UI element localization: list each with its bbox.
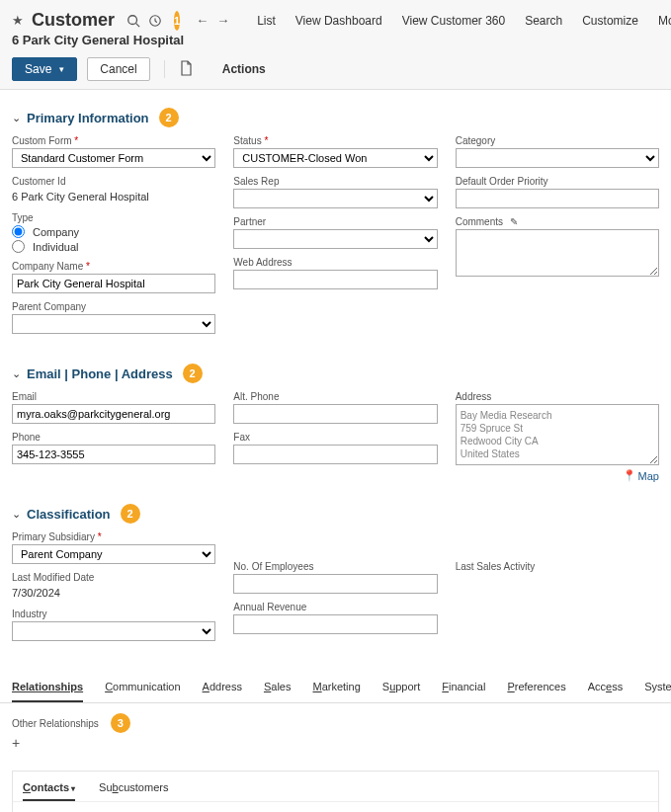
section-title-contact: Email | Phone | Address [27, 366, 173, 381]
actions-menu-top[interactable]: Actions [222, 62, 266, 76]
email-input[interactable] [12, 404, 215, 424]
tab-financial[interactable]: Financial [442, 673, 485, 702]
label-default-order-priority: Default Order Priority [456, 176, 659, 187]
callout-1: 1 [174, 11, 180, 31]
label-sales-rep: Sales Rep [233, 176, 437, 187]
label-category: Category [456, 135, 659, 146]
tab-relationships[interactable]: Relationships [12, 673, 83, 702]
type-individual-radio[interactable]: Individual [12, 240, 215, 253]
label-comments: Comments ✎ [456, 216, 659, 227]
section-title-classification: Classification [27, 507, 111, 522]
address-box[interactable]: Bay Media Research 759 Spruce St Redwood… [456, 404, 659, 465]
company-name-input[interactable] [12, 274, 215, 293]
label-no-employees: No. Of Employees [233, 561, 437, 572]
nav-view-dashboard[interactable]: View Dashboard [295, 14, 382, 28]
document-icon[interactable] [179, 60, 193, 79]
forward-icon[interactable]: → [216, 13, 229, 29]
label-primary-subsidiary: Primary Subsidiary [12, 531, 215, 542]
collapse-contact-icon[interactable]: ⌄ [12, 367, 21, 380]
back-icon[interactable]: ← [196, 13, 209, 29]
label-email: Email [12, 391, 215, 402]
nav-view-customer-360[interactable]: View Customer 360 [402, 14, 506, 28]
collapse-primary-icon[interactable]: ⌄ [12, 112, 21, 124]
nav-search[interactable]: Search [525, 14, 562, 28]
pencil-icon[interactable]: ✎ [510, 216, 518, 227]
star-icon[interactable]: ★ [12, 13, 24, 29]
label-industry: Industry [12, 609, 215, 619]
industry-select[interactable] [12, 621, 215, 641]
partner-select[interactable] [233, 229, 437, 249]
last-modified-value: 7/30/2024 [12, 585, 215, 601]
nav-more[interactable]: More [658, 14, 671, 28]
tab-support[interactable]: Support [382, 673, 421, 702]
nav-customize[interactable]: Customize [582, 14, 638, 28]
label-fax: Fax [233, 432, 437, 443]
default-order-priority-input[interactable] [456, 189, 659, 208]
label-custom-form: Custom Form [12, 135, 215, 146]
label-last-modified: Last Modified Date [12, 572, 215, 583]
subtab-subcustomers[interactable]: Subcustomers [99, 777, 168, 801]
callout-contact: 2 [183, 364, 203, 383]
callout-classification: 2 [121, 504, 140, 524]
status-select[interactable]: CUSTOMER-Closed Won [233, 148, 437, 168]
collapse-classification-icon[interactable]: ⌄ [12, 508, 21, 521]
tab-system-information[interactable]: System Information [644, 673, 671, 702]
history-icon[interactable] [148, 13, 162, 29]
primary-subsidiary-select[interactable]: Parent Company [12, 544, 215, 564]
customer-id-subtitle: 6 Park City General Hospital [12, 33, 659, 47]
fax-input[interactable] [233, 445, 437, 464]
label-address: Address [456, 391, 659, 402]
callout-primary: 2 [159, 108, 179, 127]
tab-communication[interactable]: Communication [105, 673, 180, 702]
type-company-radio[interactable]: Company [12, 225, 215, 238]
no-employees-input[interactable] [233, 574, 437, 594]
svg-point-0 [128, 15, 137, 24]
other-relationships-label: Other Relationships [12, 718, 99, 729]
custom-form-select[interactable]: Standard Customer Form [12, 148, 215, 168]
web-address-input[interactable] [233, 270, 437, 289]
chevron-down-icon[interactable]: ▾ [71, 784, 75, 793]
parent-company-select[interactable] [12, 314, 215, 334]
save-button-top[interactable]: Save▾ [12, 57, 77, 81]
search-icon[interactable] [126, 13, 140, 29]
label-alt-phone: Alt. Phone [233, 391, 437, 402]
label-phone: Phone [12, 432, 215, 443]
category-select[interactable] [456, 148, 659, 168]
label-parent-company: Parent Company [12, 301, 215, 312]
tab-preferences[interactable]: Preferences [507, 673, 565, 702]
label-company-name: Company Name [12, 261, 215, 272]
sales-rep-select[interactable] [233, 189, 437, 208]
callout-3: 3 [111, 713, 130, 733]
add-relationship-icon[interactable]: + [12, 735, 20, 751]
label-annual-revenue: Annual Revenue [233, 602, 437, 612]
tab-marketing[interactable]: Marketing [312, 673, 360, 702]
label-last-sales-activity: Last Sales Activity [456, 561, 659, 572]
nav-list[interactable]: List [257, 14, 276, 28]
tab-address[interactable]: Address [203, 673, 242, 702]
label-type: Type [12, 212, 215, 223]
subtab-contacts[interactable]: Contacts▾ [23, 777, 75, 801]
cancel-button-top[interactable]: Cancel [87, 57, 149, 81]
map-pin-icon: 📍 [623, 469, 636, 482]
alt-phone-input[interactable] [233, 404, 437, 424]
label-web-address: Web Address [233, 257, 437, 268]
map-link[interactable]: 📍 Map [623, 469, 659, 482]
save-caret-icon[interactable]: ▾ [59, 64, 64, 74]
svg-line-1 [136, 23, 140, 27]
page-title: Customer [32, 10, 115, 31]
label-partner: Partner [233, 216, 437, 227]
comments-textarea[interactable] [456, 229, 659, 277]
tab-sales[interactable]: Sales [264, 673, 292, 702]
detail-tabs: Relationships Communication Address Sale… [0, 673, 671, 703]
label-customer-id: Customer Id [12, 176, 215, 187]
annual-revenue-input[interactable] [233, 614, 437, 634]
customer-id-value: 6 Park City General Hospital [12, 189, 215, 204]
phone-input[interactable] [12, 445, 215, 464]
section-title-primary: Primary Information [27, 111, 149, 125]
label-status: Status [233, 135, 437, 146]
tab-access[interactable]: Access [588, 673, 623, 702]
